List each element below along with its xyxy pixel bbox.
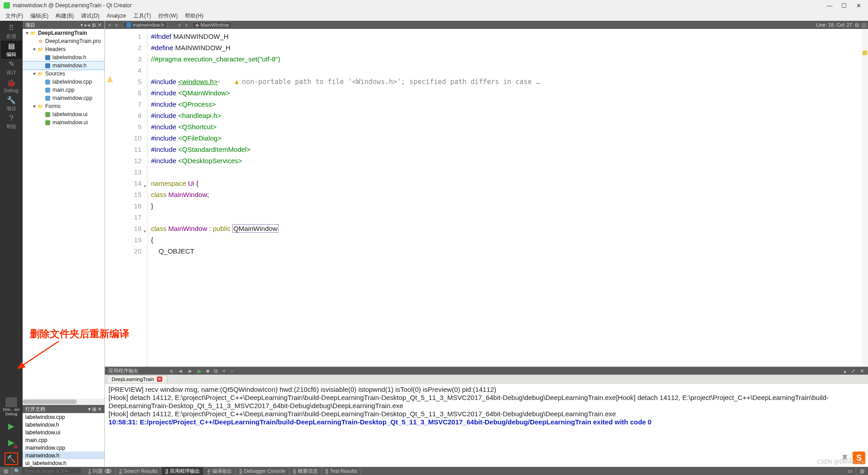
locator[interactable]: 🔍 bbox=[12, 468, 85, 474]
output-stop-icon[interactable]: ■ bbox=[206, 368, 209, 374]
minimap-scrollbar[interactable] bbox=[862, 29, 868, 367]
output-tab-close-icon[interactable]: ✕ bbox=[157, 376, 162, 382]
split-v-icon[interactable]: ◫ bbox=[862, 22, 866, 28]
menu-item[interactable]: 构建(B) bbox=[52, 11, 77, 21]
project-close-icon[interactable]: ✕ bbox=[98, 22, 102, 28]
output-filter-icon[interactable]: ⎋ bbox=[170, 368, 173, 374]
open-doc-item[interactable]: mainwindow.h bbox=[23, 451, 104, 459]
maximize-button[interactable]: ☐ bbox=[841, 2, 847, 9]
file-selector[interactable]: mainwindow.h bbox=[123, 22, 167, 28]
mode-编辑[interactable]: ▤编辑 bbox=[1, 41, 22, 59]
mode-帮助[interactable]: ?帮助 bbox=[1, 113, 22, 131]
project-pane-header: 项目 ▾ ▸◂ ⊞ ✕ bbox=[23, 21, 104, 29]
bookmark-prev-icon[interactable]: ◄ bbox=[177, 22, 182, 28]
menu-item[interactable]: 编辑(E) bbox=[27, 11, 52, 21]
line-number-gutter[interactable]: 1234567891011121314▾15161718▾1920 bbox=[115, 29, 147, 367]
close-button[interactable]: ✕ bbox=[855, 2, 862, 9]
output-add-icon[interactable]: + bbox=[222, 368, 226, 374]
tree-node[interactable]: mainwindow.ui bbox=[23, 118, 104, 127]
toggle-sidebar-button[interactable]: ▥ bbox=[0, 467, 12, 475]
menu-item[interactable]: 控件(W) bbox=[155, 11, 181, 21]
output-tab[interactable]: DeepLearningTrain ✕ bbox=[107, 375, 167, 383]
open-documents-list[interactable]: labelwindow.cpplabelwindow.hlabelwindow.… bbox=[23, 413, 104, 467]
tree-node[interactable]: labelwindow.cpp bbox=[23, 78, 104, 86]
kit-config: Debug bbox=[5, 412, 18, 416]
output-rerun-icon[interactable]: ▶ bbox=[198, 368, 202, 374]
code-editor[interactable]: 1234567891011121314▾15161718▾1920 #ifnde… bbox=[105, 29, 868, 367]
tree-node[interactable]: main.cpp bbox=[23, 86, 104, 94]
symbol-selector[interactable]: ◆MainWindow bbox=[192, 22, 232, 28]
project-filter-icon[interactable]: ▾ ▸◂ bbox=[80, 22, 90, 28]
toggle-right-sidebar-button[interactable]: ▥ bbox=[856, 467, 868, 475]
open-doc-item[interactable]: labelwindow.cpp bbox=[23, 413, 104, 421]
code-content[interactable]: #ifndef MAINWINDOW_H#define MAINWINDOW_H… bbox=[147, 29, 868, 367]
mode-设计[interactable]: ✎设计 bbox=[1, 59, 22, 77]
run-button[interactable]: ▶ bbox=[1, 418, 22, 434]
tree-node[interactable]: ▾📁Forms bbox=[23, 102, 104, 110]
tree-node[interactable]: ▾📁Sources bbox=[23, 70, 104, 78]
progress-indicator[interactable]: ▭ bbox=[844, 467, 856, 475]
bookmark-next-icon[interactable]: ► bbox=[184, 22, 189, 28]
open-docs-title: 打开文档 bbox=[25, 406, 45, 413]
output-tab-row: DeepLearningTrain ✕ bbox=[105, 375, 868, 384]
editor-toolbar: ◄ ► mainwindow.h | ◄ ► ◆MainWindow Line:… bbox=[105, 21, 868, 29]
status-tab[interactable]: 5 Debugger Console bbox=[236, 467, 290, 475]
output-attach-icon[interactable]: ⧉ bbox=[214, 368, 218, 374]
menu-item[interactable]: 调试(D) bbox=[77, 11, 103, 21]
open-doc-item[interactable]: labelwindow.ui bbox=[23, 428, 104, 436]
kit-selector[interactable]: Dee…ain Debug bbox=[1, 397, 22, 416]
nav-fwd-icon[interactable]: ► bbox=[114, 22, 119, 28]
tree-node[interactable]: mainwindow.cpp bbox=[23, 94, 104, 102]
watermark: CSDN @DennisJcy bbox=[817, 459, 864, 465]
open-docs-close-icon[interactable]: ✕ bbox=[98, 406, 102, 412]
kit-name: Dee…ain bbox=[3, 407, 20, 412]
nav-back-icon[interactable]: ◄ bbox=[107, 22, 112, 28]
menu-item[interactable]: Analyze bbox=[103, 12, 130, 20]
output-prev-icon[interactable]: ◄ bbox=[178, 368, 183, 374]
status-tab[interactable]: 1 问题 1 bbox=[85, 467, 116, 475]
tree-node[interactable]: ▾📁DeepLearningTrain bbox=[23, 29, 104, 37]
open-doc-item[interactable]: ui_labelwindow.h bbox=[23, 459, 104, 467]
open-doc-item[interactable]: labelwindow.h bbox=[23, 421, 104, 428]
tree-node[interactable]: mainwindow.h bbox=[23, 61, 104, 70]
mode-欢迎[interactable]: ⠿欢迎 bbox=[1, 23, 22, 41]
output-text[interactable]: [PREVIEW] recv window msg, name:(Qt5QWin… bbox=[105, 384, 868, 467]
menu-item[interactable]: 帮助(H) bbox=[181, 11, 207, 21]
tree-hscrollbar[interactable] bbox=[23, 399, 104, 405]
split-h-icon[interactable]: ⊟ bbox=[855, 22, 859, 28]
tree-node[interactable]: ▾📁Headers bbox=[23, 45, 104, 53]
build-button[interactable]: 🔨 bbox=[5, 452, 18, 465]
tree-node[interactable]: ⚙DeepLearningTrain.pro bbox=[23, 37, 104, 45]
output-header: 应用程序输出 ⎋ ◄ ► ▶ ■ ⧉ + − ▴ ⤢ ✕ bbox=[105, 367, 868, 375]
status-tab[interactable]: 4 编译输出 bbox=[204, 467, 236, 475]
status-tab[interactable]: 8 Test Results bbox=[322, 467, 361, 475]
mode-Debug[interactable]: 🐞Debug bbox=[1, 77, 22, 95]
output-next-icon[interactable]: ► bbox=[188, 368, 193, 374]
open-doc-item[interactable]: main.cpp bbox=[23, 436, 104, 444]
search-icon: 🔍 bbox=[14, 468, 20, 474]
output-title: 应用程序输出 bbox=[108, 367, 138, 374]
locator-input[interactable] bbox=[22, 468, 81, 474]
menu-item[interactable]: 文件(F) bbox=[2, 11, 27, 21]
debug-run-button[interactable]: ▶🐞 bbox=[1, 434, 22, 451]
line-col-indicator[interactable]: Line: 18, Col: 27 bbox=[816, 22, 852, 28]
project-split-icon[interactable]: ⊞ bbox=[92, 22, 96, 28]
output-expand-icon[interactable]: ⤢ bbox=[851, 368, 855, 374]
project-tree[interactable]: ▾📁DeepLearningTrain⚙DeepLearningTrain.pr… bbox=[23, 29, 104, 399]
open-docs-menu-icon[interactable]: ▾ bbox=[88, 406, 91, 412]
minimize-button[interactable]: — bbox=[826, 2, 833, 9]
mode-项目[interactable]: 🔧项目 bbox=[1, 95, 22, 113]
menu-item[interactable]: 工具(T) bbox=[130, 11, 155, 21]
status-tab[interactable]: 3 应用程序输出 bbox=[161, 467, 203, 475]
open-docs-header: 打开文档 ▾ ⊞ ✕ bbox=[23, 405, 104, 413]
status-tab[interactable]: 6 概要信息 bbox=[290, 467, 322, 475]
current-file-label: mainwindow.h bbox=[133, 22, 164, 28]
status-tab[interactable]: 2 Search Results bbox=[116, 467, 162, 475]
open-doc-item[interactable]: mainwindow.cpp bbox=[23, 444, 104, 451]
output-remove-icon[interactable]: − bbox=[230, 368, 233, 374]
output-up-icon[interactable]: ▴ bbox=[844, 368, 846, 374]
output-close-icon[interactable]: ✕ bbox=[860, 368, 864, 374]
tree-node[interactable]: labelwindow.ui bbox=[23, 110, 104, 118]
tree-node[interactable]: labelwindow.h bbox=[23, 53, 104, 61]
open-docs-split-icon[interactable]: ⊞ bbox=[92, 406, 96, 412]
